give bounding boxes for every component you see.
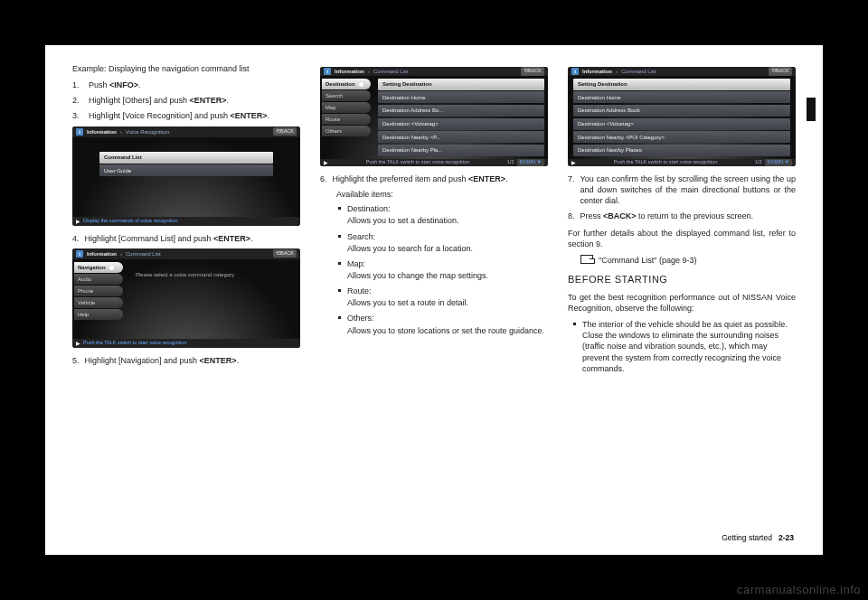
step-text: Highlight [Command List] and push [85,234,214,243]
further-details: For further details about the displayed … [568,228,796,249]
info-icon: i [76,250,83,258]
column-3: i Information › Command List ⟲BACK Setti… [568,63,796,537]
item-desc: Allows you to change the map settings. [347,270,548,281]
item-desc: Allows you to store locations or set the… [347,325,548,336]
list-row: Destination Home [573,91,790,103]
step-number: 7. [568,173,575,206]
list-row: Destination <Voicetag> [573,118,790,130]
item-title: Search: [347,232,375,241]
breadcrumb: Information [582,68,612,75]
breadcrumb: Command List [621,68,656,75]
list-row: Destination Home [378,91,544,103]
step-number: 6. [320,173,327,184]
list-item: Route:Allows you to set a route in detai… [336,286,548,308]
screenshot-voice-recognition: i Information › Voice Recognition ⟲BACK … [72,127,300,226]
message-text: Please select a voice command category [130,262,297,287]
item-desc: Allows you to search for a location. [347,243,548,254]
column-2: i Information › Command List ⟲BACK Desti… [320,63,548,537]
list-row: Destination Nearby <POI Category> [573,131,790,143]
list-item: Others:Allows you to store locations or … [336,313,548,335]
breadcrumb-sep: › [368,68,370,75]
command-list: Setting Destination Destination Home Des… [568,76,796,159]
back-label: BACK [528,68,542,73]
steps-list-1: Push <INFO>. Highlight [Others] and push… [72,80,300,121]
content-pane: Please select a voice command category [125,259,300,339]
step-7: 7. You can confirm the list by scrolling… [568,173,796,206]
back-button: ⟲BACK [769,67,792,75]
item-title: Map: [347,259,365,268]
breadcrumb: Information [335,68,364,75]
step-3: Highlight [Voice Recognition] and push <… [72,110,300,121]
button-ref: <ENTER> [200,356,237,365]
footer-text: Display the commands of voice recognitio… [83,218,178,224]
menu-label: User Guide [104,168,131,173]
menu-item: User Guide [99,164,273,176]
step-text: Push [89,80,109,89]
step-text: . [268,111,270,120]
screenshot-footer: ▶Display the commands of voice recogniti… [72,217,300,226]
tab-item: Vehicle [74,297,123,308]
arrow-icon: ▶ [76,340,80,347]
button-ref: <INFO> [109,80,138,89]
list-row: Destination Nearby Places [573,145,790,156]
step-text: Highlight [Others] and push [89,96,190,105]
before-starting-list: The interior of the vehicle should be as… [571,319,796,374]
menu-item-selected: Command List [99,152,273,164]
step-text: Highlight [Voice Recognition] and push [89,111,231,120]
breadcrumb-sep: › [120,128,122,136]
info-icon: i [571,68,579,75]
list-item: The interior of the vehicle should be as… [571,319,796,374]
footer-page-number: 2-23 [778,533,794,542]
back-button: ⟲BACK [521,67,544,75]
reference-icon [580,255,593,264]
screenshot-footer: ▶ Push the TALK switch to start voice re… [320,159,548,166]
step-number: 4. [72,233,80,244]
screenshot-body: Destination Search Map Route Others Sett… [320,76,548,159]
columns: Example: Displaying the navigation comma… [72,63,796,537]
reference-text: "Command List" (page 9-3) [599,255,696,266]
category-tabs: Destination Search Map Route Others [320,76,373,159]
step-5: 5. Highlight [Navigation] and push <ENTE… [72,355,300,366]
tab-item: Help [74,309,123,320]
page-footer: Getting started 2-23 [722,533,794,542]
step-text: Highlight [Navigation] and push [85,356,200,365]
list-item: Search:Allows you to search for a locati… [336,231,548,254]
step-8: 8. Press <BACK> to return to the previou… [568,211,796,221]
list-row-selected: Setting Destination [573,79,790,90]
step-number: 8. [568,211,575,221]
step-body: Highlight the preferred item and push <E… [333,173,508,184]
before-starting-intro: To get the best recognition performance … [568,292,796,314]
step-text: . [227,96,230,105]
back-button: ⟲BACK [273,127,297,136]
list-row: Destination Address Bo... [378,105,544,117]
step-text: . [505,174,508,183]
footer-text: Push the TALK switch to start voice reco… [83,340,186,346]
breadcrumb: Information [87,128,117,136]
step-text: . [138,80,141,89]
column-1: Example: Displaying the navigation comma… [72,63,300,537]
available-items-list: Destination:Allows you to set a destinat… [336,203,548,335]
button-ref: <BACK> [603,211,637,220]
screenshot-command-list-categories: i Information › Command List ⟲BACK Navig… [72,248,300,348]
info-icon: i [76,128,83,136]
list-row: Destination Nearby Pla... [378,145,544,156]
tab-selected: Navigation [74,262,123,273]
step-text: Highlight the preferred item and push [333,174,469,183]
breadcrumb-sep: › [616,68,618,75]
list-item: Destination:Allows you to set a destinat… [336,203,548,226]
down-button: DOWN ▼ [517,159,544,165]
screenshot-header: i Information › Voice Recognition ⟲BACK [72,127,300,137]
dot-icon [359,82,363,87]
page-indicator: 1/2 [507,159,514,165]
back-button: ⟲BACK [273,249,297,258]
info-icon: i [324,68,331,75]
step-body: Highlight [Navigation] and push <ENTER>. [85,355,240,366]
button-ref: <ENTER> [190,96,227,105]
tab-item: Search [322,90,371,101]
list-item: Map:Allows you to change the map setting… [336,258,548,281]
dot-icon [109,266,114,270]
screenshot-body: Navigation Audio Phone Vehicle Help Plea… [72,259,300,339]
tab-item: Others [322,126,371,136]
screenshot-header: i Information › Command List ⟲BACK [568,67,796,76]
manual-page: Example: Displaying the navigation comma… [45,45,823,555]
